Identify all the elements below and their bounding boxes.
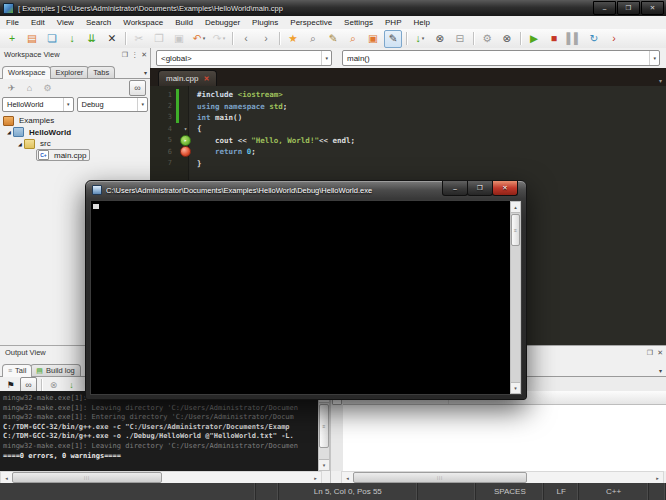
menu-perspective[interactable]: Perspective [284, 18, 338, 27]
console-maximize-button[interactable]: ❐ [467, 181, 493, 196]
marker-column[interactable] [179, 146, 192, 157]
scroll-left-icon[interactable]: ◂ [342, 472, 353, 483]
new-file-icon[interactable]: + [3, 30, 21, 48]
build-log[interactable]: mingw32-make.exe[1]:mingw32-make.exe[1]:… [0, 391, 318, 471]
menu-build[interactable]: Build [169, 18, 199, 27]
pause-icon[interactable]: ▌▌ [565, 30, 583, 48]
save-file-icon[interactable]: ❏ [43, 30, 61, 48]
menu-debugger[interactable]: Debugger [199, 18, 246, 27]
tab-build-log[interactable]: ▤Build log [30, 364, 80, 376]
rebuild-icon[interactable]: ⚙ [478, 30, 496, 48]
abort-build-icon[interactable]: ⊗ [431, 30, 449, 48]
tab-tabs[interactable]: Tabs [87, 66, 115, 78]
menu-search[interactable]: Search [80, 18, 117, 27]
zoom-search-icon[interactable]: ⌕ [304, 30, 322, 48]
link-editor-icon[interactable]: ∞ [129, 80, 146, 96]
menu-workspace[interactable]: Workspace [117, 18, 169, 27]
paste-icon[interactable]: ▣ [170, 30, 188, 48]
build-icon[interactable]: ↓▾ [411, 30, 429, 48]
breakpoint-icon[interactable] [180, 146, 191, 157]
minimize-button[interactable]: – [593, 1, 616, 15]
open-file-icon[interactable]: ▤ [23, 30, 41, 48]
tab-main-cpp[interactable]: main.cpp ✕ [158, 70, 217, 86]
tree-item-examples[interactable]: Examples [0, 115, 150, 127]
dropdown-caret-icon[interactable]: ▾ [422, 36, 425, 41]
console-window[interactable]: C:\Users\Administrator\Documents\Example… [85, 180, 527, 400]
panel-menu-icon[interactable]: ⋮ [131, 51, 138, 59]
console-minimize-button[interactable]: – [442, 181, 468, 196]
marker-column[interactable]: ▾ [179, 125, 192, 132]
menu-view[interactable]: View [51, 18, 80, 27]
scrollbar-thumb[interactable]: ||| [12, 472, 162, 483]
tab-overflow-chevron-icon[interactable]: ▾ [659, 77, 662, 84]
clean-build-icon[interactable]: ⊟ [451, 30, 469, 48]
build-config-combo[interactable]: Debug ▾ [77, 97, 149, 112]
close-tab-icon[interactable]: ✕ [203, 75, 209, 83]
scrollbar-thumb[interactable]: ≡ [511, 214, 520, 246]
home-icon[interactable]: ⌂ [21, 80, 38, 96]
stop-icon[interactable]: ■ [545, 30, 563, 48]
highlight-tool-icon[interactable]: ✎ [384, 30, 402, 48]
dropdown-caret-icon[interactable]: ▾ [223, 36, 226, 41]
edit-pencil-icon[interactable]: ✎ [324, 30, 342, 48]
scroll-up-icon[interactable]: ▴ [511, 202, 520, 213]
float-panel-icon[interactable]: ❐ [647, 349, 653, 357]
chevron-down-icon[interactable]: ▾ [649, 51, 659, 65]
dropdown-caret-icon[interactable]: ▾ [203, 36, 206, 41]
import-file-icon[interactable]: ↓ [63, 30, 81, 48]
scroll-right-icon[interactable]: ▸ [652, 472, 663, 483]
expander-icon[interactable]: ◢ [16, 141, 24, 147]
console-vertical-scrollbar[interactable]: ▴ ≡ ▾ [510, 201, 521, 394]
console-output[interactable]: ▴ ≡ ▾ [90, 200, 522, 395]
run-icon[interactable]: ▶ [525, 30, 543, 48]
tree-item-helloworld[interactable]: ◢HelloWorld [0, 127, 150, 139]
close-file-icon[interactable]: ✕ [103, 30, 121, 48]
marker-column[interactable]: ▸ [179, 135, 192, 146]
float-panel-icon[interactable]: ❐ [122, 51, 128, 59]
log-vertical-scrollbar[interactable]: ▴ ≡ ▾ [318, 391, 330, 471]
target-combo[interactable]: HelloWorld ▾ [2, 97, 74, 112]
tab-explorer[interactable]: Explorer [49, 66, 89, 78]
bookmark-icon[interactable]: ★ [284, 30, 302, 48]
close-panel-icon[interactable]: ✕ [141, 51, 147, 59]
close-button[interactable]: ✕ [641, 1, 664, 15]
maximize-button[interactable]: ❐ [617, 1, 640, 15]
chevron-down-icon[interactable]: ▾ [321, 51, 331, 65]
close-panel-icon[interactable]: ✕ [657, 349, 663, 357]
replace-in-files-icon[interactable]: ▣ [364, 30, 382, 48]
tree-item-main-cpp[interactable]: C+main.cpp [0, 150, 150, 162]
menu-edit[interactable]: Edit [25, 18, 51, 27]
menu-help[interactable]: Help [407, 18, 435, 27]
debug-tabs-chevron-icon[interactable]: ▾ [659, 367, 665, 376]
gear-icon[interactable]: ⚙ [39, 80, 56, 96]
find-in-files-icon[interactable]: ⌕ [344, 30, 362, 48]
fold-icon[interactable]: ▾ [184, 125, 188, 132]
send-plane-icon[interactable]: ✈ [3, 80, 20, 96]
scroll-right-icon[interactable]: ▸ [310, 472, 321, 483]
scroll-down-icon[interactable]: ▾ [319, 459, 329, 470]
step-next-icon[interactable]: › [605, 30, 623, 48]
menu-php[interactable]: PHP [379, 18, 407, 27]
tree-item-src[interactable]: ◢src [0, 138, 150, 150]
scrollbar-thumb[interactable]: ||| [353, 472, 527, 483]
export-file-icon[interactable]: ⇊ [83, 30, 101, 48]
continue-icon[interactable]: ↻ [585, 30, 603, 48]
expander-icon[interactable]: ◢ [5, 129, 13, 135]
menu-settings[interactable]: Settings [338, 18, 379, 27]
console-close-button[interactable]: ✕ [492, 181, 518, 196]
menu-plugins[interactable]: Plugins [246, 18, 284, 27]
redo-icon[interactable]: ↷▾ [210, 30, 228, 48]
nav-back-icon[interactable]: ‹ [237, 30, 255, 48]
tab-workspace[interactable]: Workspace [2, 66, 51, 79]
tab-tail[interactable]: ≡Tail [2, 364, 32, 377]
scroll-down-icon[interactable]: ▾ [511, 382, 520, 393]
cut-icon[interactable]: ✂ [130, 30, 148, 48]
function-combo[interactable]: main() ▾ [342, 50, 660, 66]
scrollbar-thumb[interactable]: ≡ [319, 404, 329, 448]
undo-icon[interactable]: ↶▾ [190, 30, 208, 48]
abort-run-icon[interactable]: ⊗ [498, 30, 516, 48]
menu-file[interactable]: File [0, 18, 25, 27]
nav-forward-icon[interactable]: › [257, 30, 275, 48]
chevron-down-icon[interactable]: ▾ [137, 98, 147, 111]
copy-icon[interactable]: ❐ [150, 30, 168, 48]
